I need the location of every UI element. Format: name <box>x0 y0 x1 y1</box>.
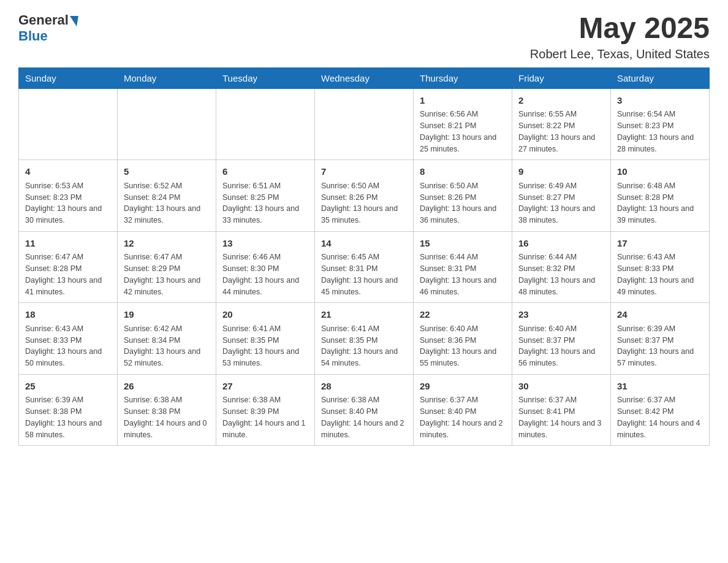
calendar-week-row: 1Sunrise: 6:56 AM Sunset: 8:21 PM Daylig… <box>19 88 710 160</box>
day-info: Sunrise: 6:44 AM Sunset: 8:32 PM Dayligh… <box>518 251 604 297</box>
calendar-week-row: 18Sunrise: 6:43 AM Sunset: 8:33 PM Dayli… <box>19 303 710 375</box>
day-number: 10 <box>617 165 703 179</box>
day-number: 28 <box>321 380 407 394</box>
day-info: Sunrise: 6:44 AM Sunset: 8:31 PM Dayligh… <box>420 251 506 297</box>
day-info: Sunrise: 6:52 AM Sunset: 8:24 PM Dayligh… <box>124 180 210 226</box>
day-number: 17 <box>617 237 703 251</box>
calendar-cell: 9Sunrise: 6:49 AM Sunset: 8:27 PM Daylig… <box>512 160 611 232</box>
calendar-cell: 2Sunrise: 6:55 AM Sunset: 8:22 PM Daylig… <box>512 88 611 160</box>
calendar-cell: 15Sunrise: 6:44 AM Sunset: 8:31 PM Dayli… <box>414 231 512 303</box>
day-number: 31 <box>617 380 703 394</box>
day-info: Sunrise: 6:43 AM Sunset: 8:33 PM Dayligh… <box>25 323 111 369</box>
calendar-cell: 3Sunrise: 6:54 AM Sunset: 8:23 PM Daylig… <box>611 88 710 160</box>
calendar-week-row: 25Sunrise: 6:39 AM Sunset: 8:38 PM Dayli… <box>19 374 710 446</box>
logo: General Blue <box>18 12 78 44</box>
day-number: 9 <box>518 165 604 179</box>
calendar-week-row: 11Sunrise: 6:47 AM Sunset: 8:28 PM Dayli… <box>19 231 710 303</box>
day-of-week-header: Thursday <box>414 67 512 88</box>
day-number: 2 <box>518 94 604 108</box>
day-info: Sunrise: 6:37 AM Sunset: 8:40 PM Dayligh… <box>420 394 506 440</box>
calendar-cell: 27Sunrise: 6:38 AM Sunset: 8:39 PM Dayli… <box>216 374 315 446</box>
day-number: 8 <box>420 165 506 179</box>
day-of-week-header: Sunday <box>19 67 118 88</box>
logo-general: General <box>18 12 69 28</box>
day-number: 29 <box>420 380 506 394</box>
day-number: 19 <box>124 308 210 322</box>
calendar-cell <box>315 88 414 160</box>
calendar-cell: 22Sunrise: 6:40 AM Sunset: 8:36 PM Dayli… <box>414 303 512 375</box>
day-number: 30 <box>518 380 604 394</box>
day-number: 18 <box>25 308 111 322</box>
calendar-title: May 2025 <box>530 12 710 45</box>
day-info: Sunrise: 6:45 AM Sunset: 8:31 PM Dayligh… <box>321 251 407 297</box>
day-info: Sunrise: 6:43 AM Sunset: 8:33 PM Dayligh… <box>617 251 703 297</box>
day-number: 1 <box>420 94 506 108</box>
day-number: 7 <box>321 165 407 179</box>
logo-blue: Blue <box>18 28 48 44</box>
calendar-cell: 23Sunrise: 6:40 AM Sunset: 8:37 PM Dayli… <box>512 303 611 375</box>
day-info: Sunrise: 6:51 AM Sunset: 8:25 PM Dayligh… <box>222 180 308 226</box>
day-info: Sunrise: 6:37 AM Sunset: 8:41 PM Dayligh… <box>518 394 604 440</box>
day-number: 20 <box>222 308 308 322</box>
page-header: General Blue May 2025 Robert Lee, Texas,… <box>18 12 710 61</box>
calendar-cell: 25Sunrise: 6:39 AM Sunset: 8:38 PM Dayli… <box>19 374 118 446</box>
day-info: Sunrise: 6:56 AM Sunset: 8:21 PM Dayligh… <box>420 109 506 155</box>
day-number: 11 <box>25 237 111 251</box>
day-number: 24 <box>617 308 703 322</box>
calendar-cell: 17Sunrise: 6:43 AM Sunset: 8:33 PM Dayli… <box>611 231 710 303</box>
calendar-cell: 1Sunrise: 6:56 AM Sunset: 8:21 PM Daylig… <box>414 88 512 160</box>
day-number: 25 <box>25 380 111 394</box>
day-info: Sunrise: 6:40 AM Sunset: 8:37 PM Dayligh… <box>518 323 604 369</box>
day-info: Sunrise: 6:37 AM Sunset: 8:42 PM Dayligh… <box>617 394 703 440</box>
day-info: Sunrise: 6:48 AM Sunset: 8:28 PM Dayligh… <box>617 180 703 226</box>
calendar-cell <box>118 88 216 160</box>
calendar-header-row: SundayMondayTuesdayWednesdayThursdayFrid… <box>19 67 710 88</box>
day-of-week-header: Friday <box>512 67 611 88</box>
day-number: 5 <box>124 165 210 179</box>
day-number: 3 <box>617 94 703 108</box>
calendar-cell: 5Sunrise: 6:52 AM Sunset: 8:24 PM Daylig… <box>118 160 216 232</box>
day-info: Sunrise: 6:38 AM Sunset: 8:39 PM Dayligh… <box>222 394 308 440</box>
day-info: Sunrise: 6:53 AM Sunset: 8:23 PM Dayligh… <box>25 180 111 226</box>
day-number: 13 <box>222 237 308 251</box>
day-number: 27 <box>222 380 308 394</box>
day-info: Sunrise: 6:50 AM Sunset: 8:26 PM Dayligh… <box>321 180 407 226</box>
calendar-cell: 11Sunrise: 6:47 AM Sunset: 8:28 PM Dayli… <box>19 231 118 303</box>
day-info: Sunrise: 6:38 AM Sunset: 8:40 PM Dayligh… <box>321 394 407 440</box>
day-number: 6 <box>222 165 308 179</box>
day-info: Sunrise: 6:49 AM Sunset: 8:27 PM Dayligh… <box>518 180 604 226</box>
day-info: Sunrise: 6:54 AM Sunset: 8:23 PM Dayligh… <box>617 109 703 155</box>
calendar-cell: 30Sunrise: 6:37 AM Sunset: 8:41 PM Dayli… <box>512 374 611 446</box>
calendar-cell: 18Sunrise: 6:43 AM Sunset: 8:33 PM Dayli… <box>19 303 118 375</box>
day-info: Sunrise: 6:42 AM Sunset: 8:34 PM Dayligh… <box>124 323 210 369</box>
calendar-cell: 31Sunrise: 6:37 AM Sunset: 8:42 PM Dayli… <box>611 374 710 446</box>
calendar-cell: 6Sunrise: 6:51 AM Sunset: 8:25 PM Daylig… <box>216 160 315 232</box>
day-number: 16 <box>518 237 604 251</box>
calendar-cell: 24Sunrise: 6:39 AM Sunset: 8:37 PM Dayli… <box>611 303 710 375</box>
logo-arrow-icon <box>70 16 78 26</box>
day-number: 15 <box>420 237 506 251</box>
day-of-week-header: Monday <box>118 67 216 88</box>
calendar-week-row: 4Sunrise: 6:53 AM Sunset: 8:23 PM Daylig… <box>19 160 710 232</box>
day-number: 14 <box>321 237 407 251</box>
calendar-cell: 12Sunrise: 6:47 AM Sunset: 8:29 PM Dayli… <box>118 231 216 303</box>
calendar-table: SundayMondayTuesdayWednesdayThursdayFrid… <box>18 67 710 446</box>
day-of-week-header: Wednesday <box>315 67 414 88</box>
calendar-cell: 21Sunrise: 6:41 AM Sunset: 8:35 PM Dayli… <box>315 303 414 375</box>
day-info: Sunrise: 6:47 AM Sunset: 8:28 PM Dayligh… <box>25 251 111 297</box>
title-block: May 2025 Robert Lee, Texas, United State… <box>530 12 710 61</box>
calendar-cell: 29Sunrise: 6:37 AM Sunset: 8:40 PM Dayli… <box>414 374 512 446</box>
calendar-cell: 8Sunrise: 6:50 AM Sunset: 8:26 PM Daylig… <box>414 160 512 232</box>
calendar-cell: 14Sunrise: 6:45 AM Sunset: 8:31 PM Dayli… <box>315 231 414 303</box>
calendar-cell <box>19 88 118 160</box>
day-info: Sunrise: 6:40 AM Sunset: 8:36 PM Dayligh… <box>420 323 506 369</box>
calendar-cell: 26Sunrise: 6:38 AM Sunset: 8:38 PM Dayli… <box>118 374 216 446</box>
calendar-cell: 10Sunrise: 6:48 AM Sunset: 8:28 PM Dayli… <box>611 160 710 232</box>
day-info: Sunrise: 6:55 AM Sunset: 8:22 PM Dayligh… <box>518 109 604 155</box>
day-info: Sunrise: 6:41 AM Sunset: 8:35 PM Dayligh… <box>321 323 407 369</box>
calendar-cell: 13Sunrise: 6:46 AM Sunset: 8:30 PM Dayli… <box>216 231 315 303</box>
day-info: Sunrise: 6:38 AM Sunset: 8:38 PM Dayligh… <box>124 394 210 440</box>
day-info: Sunrise: 6:39 AM Sunset: 8:37 PM Dayligh… <box>617 323 703 369</box>
calendar-cell <box>216 88 315 160</box>
day-number: 21 <box>321 308 407 322</box>
